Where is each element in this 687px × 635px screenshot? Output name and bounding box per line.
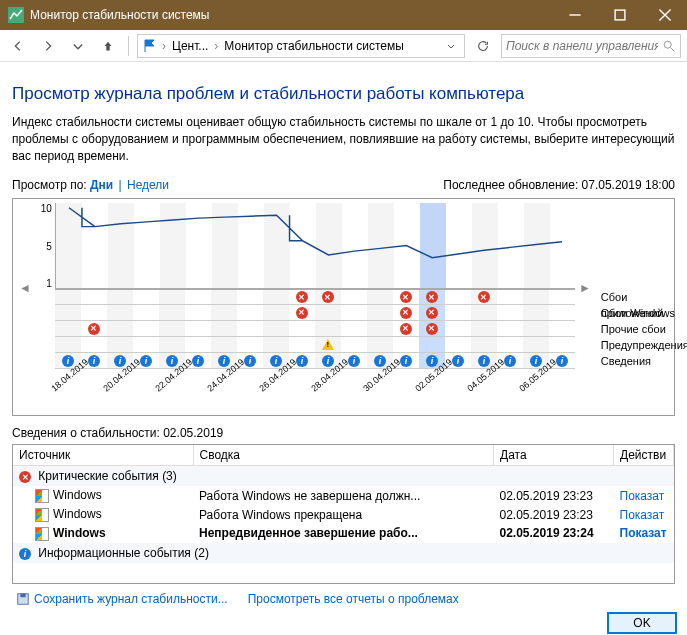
grid-cell[interactable] [419,321,445,336]
grid-cell[interactable] [263,321,289,336]
back-button[interactable] [6,34,30,58]
col-source[interactable]: Источник [13,445,193,466]
grid-cell[interactable] [81,321,107,336]
grid-cell[interactable] [549,321,575,336]
grid-cell[interactable] [133,305,159,320]
breadcrumb-dropdown[interactable] [442,41,460,51]
grid-cell[interactable] [419,290,445,304]
search-icon[interactable] [662,39,676,53]
grid-cell[interactable] [497,290,523,304]
grid-cell[interactable] [393,337,419,352]
grid-cell[interactable] [107,290,133,304]
grid-cell[interactable] [237,305,263,320]
grid-cell[interactable] [315,321,341,336]
grid-cell[interactable] [341,321,367,336]
grid-cell[interactable] [523,290,549,304]
action-link[interactable]: Показат [620,508,665,522]
grid-cell[interactable] [237,337,263,352]
search-box[interactable] [501,34,681,58]
minimize-button[interactable] [552,0,597,30]
chart-scroll-left[interactable]: ◄ [19,203,31,373]
details-table-wrap[interactable]: Источник Сводка Дата Действи Критические… [12,444,675,584]
grid-cell[interactable] [471,337,497,352]
grid-cell[interactable] [55,337,81,352]
grid-cell[interactable] [315,290,341,304]
grid-cell[interactable] [263,337,289,352]
grid-cell[interactable] [237,321,263,336]
grid-cell[interactable] [497,321,523,336]
grid-cell[interactable] [471,305,497,320]
ok-button[interactable]: OK [607,612,677,634]
forward-button[interactable] [36,34,60,58]
grid-cell[interactable] [185,321,211,336]
grid-cell[interactable] [445,321,471,336]
grid-cell[interactable] [549,305,575,320]
grid-cell[interactable] [315,305,341,320]
grid-cell[interactable] [159,290,185,304]
grid-cell[interactable] [185,305,211,320]
grid-cell[interactable] [419,305,445,320]
recent-dropdown[interactable] [66,34,90,58]
group-info[interactable]: Информационные события (2) [13,543,674,563]
grid-cell[interactable] [211,321,237,336]
grid-cell[interactable] [393,305,419,320]
action-link[interactable]: Показат [620,489,665,503]
table-row[interactable]: Windows Непредвиденное завершение рабо..… [13,524,674,543]
breadcrumb-item-1[interactable]: Цент... [170,39,210,53]
grid-cell[interactable] [367,305,393,320]
grid-cell[interactable] [341,337,367,352]
grid-cell[interactable] [315,337,341,352]
grid-cell[interactable] [341,290,367,304]
grid-cell[interactable] [471,290,497,304]
breadcrumb-item-2[interactable]: Монитор стабильности системы [222,39,406,53]
grid-cell[interactable] [289,337,315,352]
grid-cell[interactable] [263,290,289,304]
view-weeks-link[interactable]: Недели [127,178,169,192]
grid-cell[interactable] [237,290,263,304]
group-critical[interactable]: Критические события (3) [13,466,674,487]
chart-area[interactable]: 10 5 1 18.04.201920.04.201922.04.201924.… [35,203,575,411]
grid-cell[interactable] [419,337,445,352]
grid-cell[interactable] [55,305,81,320]
col-summary[interactable]: Сводка [193,445,494,466]
table-row[interactable]: Windows Работа Windows прекращена 02.05.… [13,505,674,524]
grid-cell[interactable] [445,305,471,320]
grid-cell[interactable] [549,337,575,352]
grid-cell[interactable] [393,321,419,336]
grid-cell[interactable] [367,337,393,352]
grid-cell[interactable] [289,321,315,336]
grid-cell[interactable] [81,290,107,304]
grid-cell[interactable] [107,337,133,352]
grid-cell[interactable] [211,290,237,304]
maximize-button[interactable] [597,0,642,30]
grid-cell[interactable] [55,290,81,304]
chart-scroll-right[interactable]: ► [579,203,591,373]
chart-plot[interactable] [55,203,575,289]
up-button[interactable] [96,34,120,58]
col-action[interactable]: Действи [614,445,674,466]
grid-cell[interactable] [367,290,393,304]
grid-cell[interactable] [185,337,211,352]
grid-cell[interactable] [497,337,523,352]
grid-cell[interactable] [289,290,315,304]
action-link[interactable]: Показат [620,526,667,540]
table-row[interactable]: Windows Работа Windows не завершена долж… [13,486,674,505]
grid-cell[interactable] [107,321,133,336]
save-journal-link[interactable]: Сохранить журнал стабильности... [16,592,228,606]
grid-cell[interactable] [159,337,185,352]
grid-cell[interactable] [185,290,211,304]
grid-cell[interactable] [159,321,185,336]
grid-cell[interactable] [159,305,185,320]
grid-cell[interactable] [289,305,315,320]
grid-cell[interactable] [81,305,107,320]
grid-cell[interactable] [341,305,367,320]
grid-cell[interactable] [55,321,81,336]
grid-cell[interactable] [445,290,471,304]
grid-cell[interactable] [523,337,549,352]
grid-cell[interactable] [263,305,289,320]
grid-cell[interactable] [81,337,107,352]
view-days-link[interactable]: Дни [90,178,113,192]
grid-cell[interactable] [445,337,471,352]
grid-cell[interactable] [497,305,523,320]
grid-cell[interactable] [133,290,159,304]
